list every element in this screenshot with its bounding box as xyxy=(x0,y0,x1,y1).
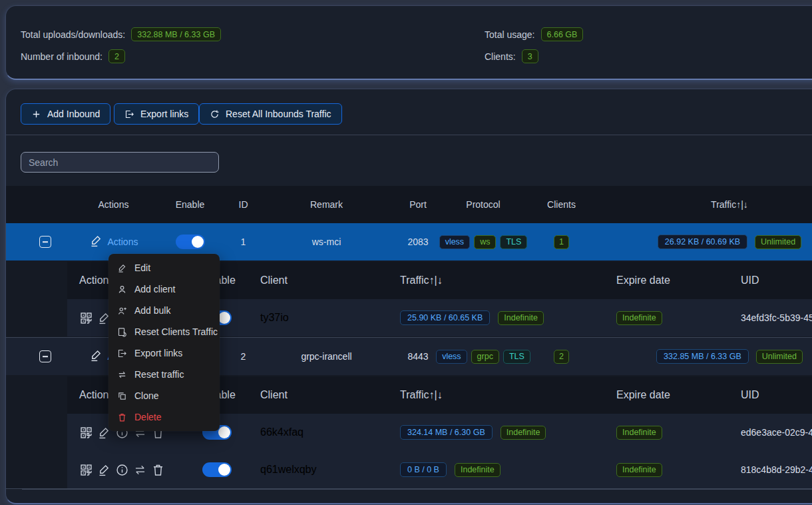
client-expire-badge: Indefinite xyxy=(616,426,662,440)
client-uid: 818c4b8d-29b2-4 xyxy=(741,451,812,488)
client-actions xyxy=(79,451,165,488)
menu-item-reset-traffic[interactable]: Reset traffic xyxy=(108,364,220,385)
clients-count-badge: 2 xyxy=(554,350,569,364)
transport-tag: ws xyxy=(474,235,496,249)
qrcode-icon[interactable] xyxy=(79,311,93,325)
menu-item-add-client[interactable]: Add client xyxy=(108,278,220,300)
clients-count-cell: 1 xyxy=(536,223,586,260)
id-cell: 2 xyxy=(222,338,265,375)
header-actions: Actions xyxy=(69,186,158,223)
traffic-limit-badge: Unlimited xyxy=(755,235,801,249)
client-expire-cell: Indefinite xyxy=(616,299,662,336)
collapse-row-button[interactable] xyxy=(39,236,51,248)
id-cell: 1 xyxy=(222,223,265,260)
client-expire-badge: Indefinite xyxy=(616,311,662,325)
search-input[interactable] xyxy=(29,157,211,168)
expand-cell xyxy=(22,338,69,375)
menu-item-label: Export links xyxy=(134,348,182,358)
client-name: q61welxqby xyxy=(260,451,317,488)
traffic-cell: 26.92 KB / 60.69 KB Unlimited xyxy=(620,223,812,260)
reset-all-traffic-button[interactable]: Reset All Inbounds Traffic xyxy=(199,103,342,125)
menu-item-reset-clients-traffic[interactable]: Reset Clients Traffic xyxy=(108,321,220,342)
transport-tag: grpc xyxy=(471,350,499,364)
traffic-badge: 26.92 KB / 60.69 KB xyxy=(658,235,747,249)
client-uid: ed6e3ace-02c9-4 xyxy=(741,414,812,451)
header-traffic-sortable[interactable]: Traffic↑|↓ xyxy=(620,186,812,223)
swap-arrows-icon xyxy=(117,370,127,380)
divider xyxy=(6,135,812,135)
client-expire-cell: Indefinite xyxy=(616,451,662,488)
menu-item-edit[interactable]: Edit xyxy=(108,257,220,278)
clients-count-badge: 1 xyxy=(554,235,569,249)
tls-tag: TLS xyxy=(503,350,530,364)
edit-client-icon[interactable] xyxy=(97,463,111,477)
client-traffic-cell: 0 B / 0 B Indefinite xyxy=(400,451,501,488)
menu-item-add-bulk[interactable]: Add bulk xyxy=(108,300,220,321)
sub-header-client: Client xyxy=(260,262,288,299)
reset-client-traffic-icon[interactable] xyxy=(133,463,147,477)
sub-header-uid: UID xyxy=(741,262,759,299)
table-header-row: Actions Enable ID Remark Port Protocol C… xyxy=(6,186,812,223)
plus-icon xyxy=(31,109,41,119)
stats-left-group: Total uploads/downloads: 332.88 MB / 6.3… xyxy=(21,27,221,63)
traffic-cell: 332.85 MB / 6.33 GB Unlimited xyxy=(620,338,812,375)
remark-cell: grpc-irancell xyxy=(265,338,388,375)
stat-value-badge: 6.66 GB xyxy=(541,27,584,41)
client-uid: 34efd3fc-5b39-45 xyxy=(741,299,812,336)
client-row-q61welxqby: q61welxqby 0 B / 0 B Indefinite Indefini… xyxy=(67,451,812,488)
menu-item-label: Edit xyxy=(134,262,150,273)
sub-header-traffic-sortable[interactable]: Traffic↑|↓ xyxy=(400,376,443,414)
stats-right-group: Total usage: 6.66 GB Clients: 3 xyxy=(485,27,583,63)
export-icon xyxy=(117,348,127,358)
info-icon[interactable] xyxy=(115,463,129,477)
sub-header-traffic-sortable[interactable]: Traffic↑|↓ xyxy=(400,262,443,299)
client-expire-cell: Indefinite xyxy=(616,414,662,451)
edit-icon xyxy=(117,263,127,273)
client-enable-toggle[interactable] xyxy=(202,462,232,477)
search-box xyxy=(21,152,219,173)
client-name: 66k4xfaq xyxy=(260,414,304,451)
menu-item-delete[interactable]: Delete xyxy=(108,406,220,428)
menu-item-label: Clone xyxy=(134,390,159,401)
menu-item-clone[interactable]: Clone xyxy=(108,385,220,406)
menu-item-label: Reset Clients Traffic xyxy=(134,326,218,337)
protocol-cell: vless ws TLS xyxy=(430,223,536,260)
clone-icon xyxy=(117,391,127,401)
stats-card: Total uploads/downloads: 332.88 MB / 6.3… xyxy=(5,5,812,80)
tls-tag: TLS xyxy=(500,235,527,249)
edit-icon[interactable] xyxy=(89,348,103,364)
menu-item-export-links[interactable]: Export links xyxy=(108,342,220,364)
export-links-label: Export links xyxy=(140,109,188,119)
sub-header-expire: Expire date xyxy=(616,376,670,414)
sub-header-client: Client xyxy=(260,376,288,414)
qrcode-icon[interactable] xyxy=(79,463,93,477)
client-name: ty37io xyxy=(260,299,289,336)
sub-header-uid: UID xyxy=(741,376,759,414)
collapse-row-button[interactable] xyxy=(39,350,51,362)
inbounds-page: Total uploads/downloads: 332.88 MB / 6.3… xyxy=(0,0,812,505)
divider xyxy=(22,489,812,490)
client-expire-badge: Indefinite xyxy=(616,463,662,477)
person-icon xyxy=(117,284,127,294)
client-enable-cell xyxy=(202,451,232,488)
header-protocol: Protocol xyxy=(430,186,536,223)
actions-dropdown-menu: Edit Add client Add bulk Reset Clients T… xyxy=(108,254,220,431)
stat-value-badge: 332.88 MB / 6.33 GB xyxy=(131,27,221,41)
sub-header-expire: Expire date xyxy=(616,262,670,299)
actions-dropdown-link[interactable]: Actions xyxy=(108,237,138,247)
client-limit-badge: Indefinite xyxy=(498,311,544,325)
export-links-button[interactable]: Export links xyxy=(114,103,199,125)
delete-client-icon[interactable] xyxy=(151,463,165,477)
enable-toggle[interactable] xyxy=(176,235,205,249)
stat-number-inbound: Number of inbound: 2 xyxy=(21,49,221,63)
reset-all-traffic-label: Reset All Inbounds Traffic xyxy=(226,109,331,119)
menu-item-label: Add client xyxy=(134,284,175,294)
person-plus-icon xyxy=(117,306,127,316)
menu-item-label: Reset traffic xyxy=(134,369,184,380)
protocol-tag: vless xyxy=(439,235,470,249)
qrcode-icon[interactable] xyxy=(79,426,93,440)
edit-icon[interactable] xyxy=(89,234,103,250)
add-inbound-button[interactable]: Add Inbound xyxy=(21,103,110,125)
trash-icon xyxy=(117,412,127,422)
stat-label: Clients: xyxy=(485,51,516,62)
